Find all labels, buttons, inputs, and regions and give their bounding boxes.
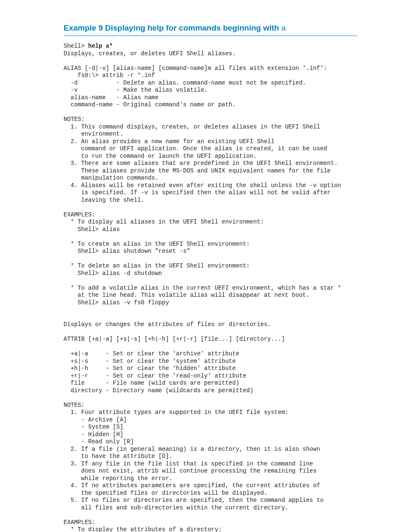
heading-text: Example 9 Displaying help for commands b… <box>64 23 281 32</box>
example-heading: Example 9 Displaying help for commands b… <box>64 23 357 36</box>
prompt-command: help a* <box>88 43 113 49</box>
heading-mono: a <box>281 24 286 33</box>
code-body: Displays, creates, or deletes UEFI Shell… <box>64 50 341 532</box>
prompt-prefix: Shell> <box>64 43 88 49</box>
document-page: Example 9 Displaying help for commands b… <box>0 0 399 532</box>
code-block: Shell> help a* Displays, creates, or del… <box>64 43 357 532</box>
